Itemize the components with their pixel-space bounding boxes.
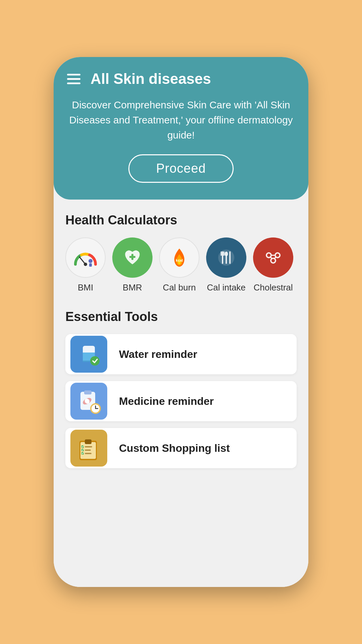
svg-point-29 (90, 356, 100, 366)
tool-item-shopping[interactable]: Custom Shopping list (65, 428, 297, 468)
proceed-button[interactable]: Proceed (128, 154, 234, 183)
cholestral-icon (253, 237, 293, 278)
calc-item-bmi[interactable]: BMI (65, 237, 106, 293)
hamburger-icon[interactable] (67, 74, 80, 84)
page-title: All Skin diseases (90, 70, 211, 87)
bmr-icon (112, 237, 153, 278)
bmr-label: BMR (123, 282, 142, 293)
tool-item-water[interactable]: Water reminder (65, 334, 297, 374)
svg-text:kcal: kcal (176, 258, 183, 262)
svg-rect-5 (129, 256, 135, 258)
calculators-row: BMI BMR (65, 237, 297, 296)
medicine-reminder-label: Medicine reminder (112, 395, 297, 408)
shopping-icon-wrapper (65, 428, 112, 468)
svg-point-22 (272, 259, 275, 262)
calc-item-cholestral[interactable]: Cholestral (253, 237, 293, 293)
svg-rect-31 (84, 390, 92, 394)
calc-item-calburn[interactable]: kcal Cal burn (159, 237, 199, 293)
svg-rect-3 (89, 263, 92, 267)
essential-tools-title: Essential Tools (65, 310, 297, 324)
bmi-icon (65, 237, 106, 278)
svg-point-20 (276, 254, 279, 257)
svg-point-18 (267, 254, 270, 257)
water-reminder-label: Water reminder (112, 348, 297, 361)
water-reminder-icon (70, 336, 107, 373)
svg-point-1 (84, 263, 87, 266)
header-top: All Skin diseases (67, 70, 295, 87)
svg-rect-40 (85, 439, 92, 444)
essential-tools-section: Essential Tools (65, 310, 297, 468)
calburn-label: Cal burn (163, 282, 196, 293)
header-banner: All Skin diseases Discover Comprehensive… (54, 57, 308, 200)
svg-rect-41 (85, 446, 92, 447)
banner-description: Discover Comprehensive Skin Care with 'A… (67, 97, 295, 143)
svg-rect-43 (85, 453, 92, 454)
calintake-icon (206, 237, 246, 278)
svg-point-14 (225, 252, 228, 256)
medicine-reminder-icon (70, 383, 107, 420)
medicine-icon-wrapper (65, 381, 112, 421)
cholestral-label: Cholestral (253, 282, 293, 293)
calintake-label: Cal intake (207, 282, 246, 293)
bmi-label: BMI (78, 282, 93, 293)
shopping-list-label: Custom Shopping list (112, 442, 297, 454)
phone-frame: All Skin diseases Discover Comprehensive… (54, 57, 308, 587)
tool-item-medicine[interactable]: Medicine reminder (65, 381, 297, 421)
calc-item-bmr[interactable]: BMR (112, 237, 153, 293)
water-icon-wrapper (65, 334, 112, 374)
calc-item-calintake[interactable]: Cal intake (206, 237, 246, 293)
calburn-icon: kcal (159, 237, 199, 278)
shopping-list-icon (70, 430, 107, 467)
svg-rect-42 (85, 449, 91, 451)
health-calculators-title: Health Calculators (65, 213, 297, 227)
main-content: Health Calculators (54, 200, 308, 587)
svg-point-2 (88, 259, 93, 263)
